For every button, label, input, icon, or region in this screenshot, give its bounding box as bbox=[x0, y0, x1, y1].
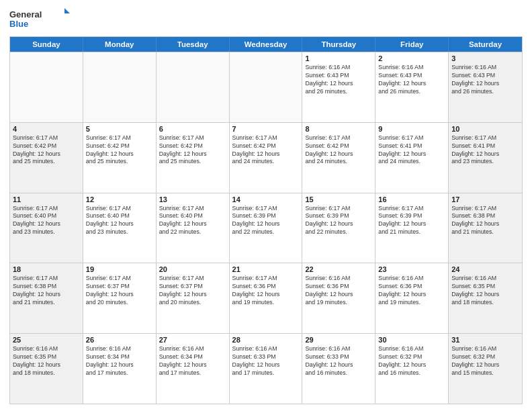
day-number: 22 bbox=[305, 265, 372, 273]
weekday-header: Tuesday bbox=[157, 37, 230, 52]
table-row: 5Sunrise: 6:17 AM Sunset: 6:42 PM Daylig… bbox=[83, 123, 157, 193]
day-number: 10 bbox=[451, 125, 519, 133]
calendar-week: 4Sunrise: 6:17 AM Sunset: 6:42 PM Daylig… bbox=[10, 122, 522, 193]
day-info: Sunrise: 6:17 AM Sunset: 6:42 PM Dayligh… bbox=[159, 134, 226, 167]
table-row: 20Sunrise: 6:17 AM Sunset: 6:37 PM Dayli… bbox=[157, 263, 230, 333]
calendar-week: 11Sunrise: 6:17 AM Sunset: 6:40 PM Dayli… bbox=[10, 193, 522, 263]
day-number: 24 bbox=[451, 265, 519, 273]
day-info: Sunrise: 6:16 AM Sunset: 6:43 PM Dayligh… bbox=[378, 64, 445, 96]
day-number: 27 bbox=[159, 336, 226, 344]
table-row: 26Sunrise: 6:16 AM Sunset: 6:34 PM Dayli… bbox=[83, 334, 157, 404]
day-number: 14 bbox=[232, 195, 300, 203]
day-number: 3 bbox=[451, 54, 519, 62]
day-info: Sunrise: 6:17 AM Sunset: 6:40 PM Dayligh… bbox=[13, 205, 80, 237]
day-info: Sunrise: 6:17 AM Sunset: 6:42 PM Dayligh… bbox=[86, 134, 153, 167]
day-number: 21 bbox=[232, 265, 300, 273]
table-row: 30Sunrise: 6:16 AM Sunset: 6:32 PM Dayli… bbox=[375, 334, 449, 404]
table-row: 27Sunrise: 6:16 AM Sunset: 6:34 PM Dayli… bbox=[157, 334, 230, 404]
table-row: 2Sunrise: 6:16 AM Sunset: 6:43 PM Daylig… bbox=[375, 52, 449, 122]
table-row: 11Sunrise: 6:17 AM Sunset: 6:40 PM Dayli… bbox=[10, 193, 83, 263]
day-number: 19 bbox=[86, 265, 153, 273]
day-number: 15 bbox=[305, 195, 372, 203]
table-row: 10Sunrise: 6:17 AM Sunset: 6:41 PM Dayli… bbox=[449, 123, 522, 193]
day-number: 25 bbox=[13, 336, 80, 344]
day-info: Sunrise: 6:16 AM Sunset: 6:33 PM Dayligh… bbox=[305, 345, 372, 377]
table-row bbox=[83, 52, 157, 122]
day-info: Sunrise: 6:17 AM Sunset: 6:39 PM Dayligh… bbox=[232, 205, 300, 237]
table-row: 3Sunrise: 6:16 AM Sunset: 6:43 PM Daylig… bbox=[449, 52, 522, 122]
day-info: Sunrise: 6:17 AM Sunset: 6:37 PM Dayligh… bbox=[86, 275, 153, 307]
day-number: 2 bbox=[378, 54, 445, 62]
table-row: 19Sunrise: 6:17 AM Sunset: 6:37 PM Dayli… bbox=[83, 263, 157, 333]
day-info: Sunrise: 6:16 AM Sunset: 6:35 PM Dayligh… bbox=[13, 345, 80, 377]
table-row: 21Sunrise: 6:17 AM Sunset: 6:36 PM Dayli… bbox=[230, 263, 303, 333]
day-number: 5 bbox=[86, 125, 153, 133]
calendar-body: 1Sunrise: 6:16 AM Sunset: 6:43 PM Daylig… bbox=[10, 52, 522, 404]
weekday-header: Thursday bbox=[302, 37, 375, 52]
svg-marker-1 bbox=[64, 8, 70, 13]
day-number: 11 bbox=[13, 195, 80, 203]
page: General Blue SundayMondayTuesdayWednesda… bbox=[0, 0, 532, 411]
day-info: Sunrise: 6:16 AM Sunset: 6:43 PM Dayligh… bbox=[451, 64, 519, 96]
table-row bbox=[157, 52, 230, 122]
day-number: 29 bbox=[305, 336, 372, 344]
day-number: 4 bbox=[13, 125, 80, 133]
day-number: 8 bbox=[305, 125, 372, 133]
day-info: Sunrise: 6:16 AM Sunset: 6:35 PM Dayligh… bbox=[451, 275, 519, 307]
logo: General Blue bbox=[9, 7, 70, 31]
day-number: 30 bbox=[378, 336, 445, 344]
day-info: Sunrise: 6:17 AM Sunset: 6:37 PM Dayligh… bbox=[159, 275, 226, 307]
day-number: 17 bbox=[451, 195, 519, 203]
weekday-header: Monday bbox=[83, 37, 157, 52]
calendar-week: 18Sunrise: 6:17 AM Sunset: 6:38 PM Dayli… bbox=[10, 263, 522, 333]
day-number: 13 bbox=[159, 195, 226, 203]
day-info: Sunrise: 6:17 AM Sunset: 6:42 PM Dayligh… bbox=[305, 134, 372, 167]
calendar: SundayMondayTuesdayWednesdayThursdayFrid… bbox=[9, 36, 523, 404]
table-row: 16Sunrise: 6:17 AM Sunset: 6:39 PM Dayli… bbox=[375, 193, 449, 263]
table-row bbox=[10, 52, 83, 122]
calendar-week: 1Sunrise: 6:16 AM Sunset: 6:43 PM Daylig… bbox=[10, 52, 522, 122]
day-info: Sunrise: 6:16 AM Sunset: 6:32 PM Dayligh… bbox=[378, 345, 445, 377]
day-number: 26 bbox=[86, 336, 153, 344]
weekday-header: Wednesday bbox=[230, 37, 303, 52]
weekday-header: Sunday bbox=[10, 37, 83, 52]
day-info: Sunrise: 6:16 AM Sunset: 6:34 PM Dayligh… bbox=[86, 345, 153, 377]
day-info: Sunrise: 6:16 AM Sunset: 6:33 PM Dayligh… bbox=[232, 345, 300, 377]
table-row: 18Sunrise: 6:17 AM Sunset: 6:38 PM Dayli… bbox=[10, 263, 83, 333]
day-info: Sunrise: 6:17 AM Sunset: 6:39 PM Dayligh… bbox=[305, 205, 372, 237]
table-row: 15Sunrise: 6:17 AM Sunset: 6:39 PM Dayli… bbox=[302, 193, 375, 263]
table-row: 24Sunrise: 6:16 AM Sunset: 6:35 PM Dayli… bbox=[449, 263, 522, 333]
table-row: 25Sunrise: 6:16 AM Sunset: 6:35 PM Dayli… bbox=[10, 334, 83, 404]
table-row: 22Sunrise: 6:16 AM Sunset: 6:36 PM Dayli… bbox=[302, 263, 375, 333]
day-info: Sunrise: 6:16 AM Sunset: 6:34 PM Dayligh… bbox=[159, 345, 226, 377]
calendar-header: SundayMondayTuesdayWednesdayThursdayFrid… bbox=[10, 37, 522, 52]
table-row: 28Sunrise: 6:16 AM Sunset: 6:33 PM Dayli… bbox=[230, 334, 303, 404]
table-row: 17Sunrise: 6:17 AM Sunset: 6:38 PM Dayli… bbox=[449, 193, 522, 263]
day-info: Sunrise: 6:17 AM Sunset: 6:41 PM Dayligh… bbox=[451, 134, 519, 167]
day-number: 9 bbox=[378, 125, 445, 133]
table-row: 4Sunrise: 6:17 AM Sunset: 6:42 PM Daylig… bbox=[10, 123, 83, 193]
table-row: 8Sunrise: 6:17 AM Sunset: 6:42 PM Daylig… bbox=[302, 123, 375, 193]
svg-text:Blue: Blue bbox=[9, 19, 28, 29]
day-info: Sunrise: 6:17 AM Sunset: 6:38 PM Dayligh… bbox=[13, 275, 80, 307]
day-info: Sunrise: 6:17 AM Sunset: 6:36 PM Dayligh… bbox=[232, 275, 300, 307]
day-info: Sunrise: 6:16 AM Sunset: 6:36 PM Dayligh… bbox=[305, 275, 372, 307]
day-info: Sunrise: 6:16 AM Sunset: 6:43 PM Dayligh… bbox=[305, 64, 372, 96]
header: General Blue bbox=[9, 7, 523, 31]
day-number: 1 bbox=[305, 54, 372, 62]
table-row: 29Sunrise: 6:16 AM Sunset: 6:33 PM Dayli… bbox=[302, 334, 375, 404]
table-row: 31Sunrise: 6:16 AM Sunset: 6:32 PM Dayli… bbox=[449, 334, 522, 404]
table-row: 23Sunrise: 6:16 AM Sunset: 6:36 PM Dayli… bbox=[375, 263, 449, 333]
weekday-header: Saturday bbox=[449, 37, 522, 52]
table-row: 12Sunrise: 6:17 AM Sunset: 6:40 PM Dayli… bbox=[83, 193, 157, 263]
day-info: Sunrise: 6:17 AM Sunset: 6:42 PM Dayligh… bbox=[13, 134, 80, 167]
svg-text:General: General bbox=[9, 9, 42, 19]
day-number: 7 bbox=[232, 125, 300, 133]
table-row: 6Sunrise: 6:17 AM Sunset: 6:42 PM Daylig… bbox=[157, 123, 230, 193]
table-row: 14Sunrise: 6:17 AM Sunset: 6:39 PM Dayli… bbox=[230, 193, 303, 263]
day-number: 28 bbox=[232, 336, 300, 344]
day-number: 16 bbox=[378, 195, 445, 203]
day-number: 31 bbox=[451, 336, 519, 344]
weekday-header: Friday bbox=[375, 37, 449, 52]
day-info: Sunrise: 6:17 AM Sunset: 6:42 PM Dayligh… bbox=[232, 134, 300, 167]
